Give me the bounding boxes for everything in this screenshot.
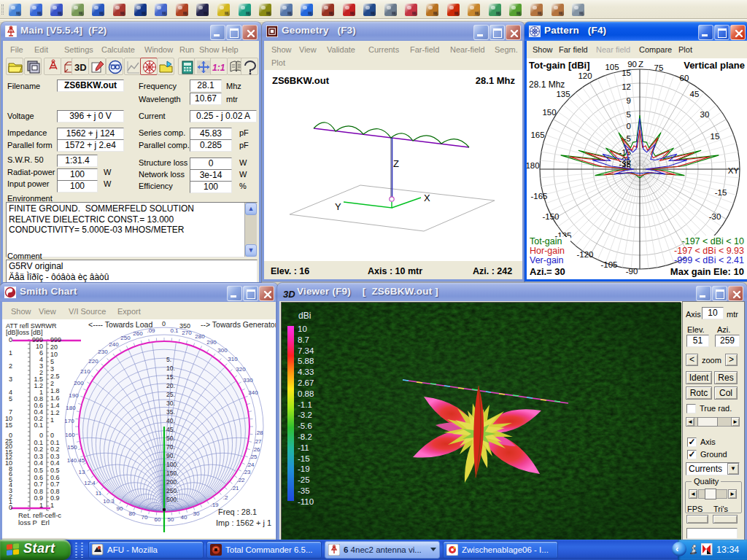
svg-text:0.5: 0.5: [34, 467, 43, 474]
svg-text:1: 1: [9, 349, 12, 357]
svg-text:1: 1: [50, 502, 54, 509]
svg-text:1.2: 1.2: [50, 409, 60, 416]
svg-text:-3.2: -3.2: [298, 411, 312, 419]
svg-text:0.1: 0.1: [34, 421, 43, 429]
svg-text:-90: -90: [626, 267, 638, 276]
svg-text:0.9: 0.9: [50, 494, 60, 502]
svg-text:0.2: 0.2: [34, 446, 43, 453]
svg-text:50: 50: [168, 516, 174, 523]
svg-text:1.4: 1.4: [50, 402, 60, 409]
svg-text:330: 330: [243, 377, 253, 384]
svg-text:XY: XY: [728, 166, 740, 175]
svg-text:Hor-gain: Hor-gain: [530, 246, 565, 256]
svg-text:-35: -35: [298, 486, 310, 495]
svg-text:10: 10: [298, 324, 307, 333]
svg-text:350: 350: [179, 322, 190, 330]
svg-text:135: 135: [556, 90, 570, 98]
svg-text:105: 105: [605, 63, 619, 71]
svg-text:10: 10: [50, 351, 58, 358]
svg-text:10.3: 10.3: [103, 498, 115, 505]
svg-text:0.7: 0.7: [34, 481, 43, 488]
svg-text:50.: 50.: [166, 435, 175, 442]
svg-text:150: 150: [542, 108, 556, 117]
svg-text:140.45: 140.45: [67, 457, 85, 464]
svg-text:0.1: 0.1: [170, 327, 179, 334]
svg-text:10.: 10.: [166, 365, 175, 372]
svg-text:1.8: 1.8: [50, 387, 60, 394]
svg-text:X: X: [424, 192, 430, 203]
svg-text:Z: Z: [393, 158, 399, 169]
svg-text:Z: Z: [638, 60, 643, 69]
svg-text:250: 250: [120, 335, 131, 341]
svg-text:45: 45: [690, 90, 700, 98]
svg-text:-150: -150: [542, 212, 559, 221]
svg-text:--> Towards Generator -: --> Towards Generator -: [201, 320, 276, 329]
svg-text:300: 300: [217, 347, 228, 354]
svg-text:90: 90: [117, 505, 123, 512]
svg-text:.28: .28: [255, 429, 263, 436]
svg-text:190: 190: [69, 392, 79, 399]
svg-text:-999 < dBi < 2.41: -999 < dBi < 2.41: [674, 255, 744, 265]
svg-text:280: 280: [195, 333, 205, 340]
svg-text:40: 40: [181, 514, 187, 521]
svg-text:310: 310: [228, 356, 238, 362]
svg-text:30.: 30.: [166, 400, 175, 407]
svg-text:3: 3: [50, 365, 54, 373]
svg-text:0: 0: [39, 432, 43, 439]
svg-text:.21: .21: [231, 485, 239, 491]
svg-text:15: 15: [711, 132, 720, 141]
svg-text:.23: .23: [242, 469, 251, 475]
svg-text:dBi: dBi: [298, 311, 311, 321]
svg-text:165: 165: [530, 131, 544, 139]
svg-text:35.: 35.: [166, 408, 175, 416]
svg-text:20.: 20.: [166, 382, 175, 389]
svg-text:90: 90: [627, 60, 637, 69]
svg-text:0: 0: [9, 336, 12, 343]
svg-text:45.: 45.: [166, 426, 175, 433]
svg-text:-30: -30: [709, 212, 721, 221]
svg-text:340: 340: [248, 389, 258, 396]
svg-text:2.5: 2.5: [50, 373, 60, 380]
svg-text:30: 30: [193, 510, 200, 517]
svg-text:<---- Towards Load: <---- Towards Load: [88, 320, 152, 329]
svg-text:12: 12: [622, 82, 631, 91]
svg-text:4.33: 4.33: [298, 368, 314, 376]
svg-text:1: 1: [50, 416, 54, 424]
svg-text:160: 160: [65, 432, 75, 438]
svg-text:150: 150: [67, 444, 77, 451]
svg-text:7.34: 7.34: [298, 346, 314, 355]
svg-text:30: 30: [700, 110, 710, 119]
svg-text:500.: 500.: [166, 496, 179, 503]
svg-text:180: 180: [66, 405, 76, 411]
svg-text:0.9: 0.9: [34, 494, 43, 502]
svg-text:210: 210: [80, 368, 90, 375]
svg-text:240: 240: [109, 341, 119, 348]
svg-text:-165: -165: [530, 192, 547, 201]
svg-text:-25: -25: [298, 475, 310, 484]
svg-text:200: 200: [74, 380, 84, 386]
svg-text:.26: .26: [252, 446, 260, 453]
svg-text:-8.2: -8.2: [298, 432, 312, 441]
svg-text:180: 180: [527, 161, 540, 170]
svg-text:-197 < dBi < 10: -197 < dBi < 10: [682, 236, 745, 246]
svg-text:-15: -15: [298, 454, 310, 463]
svg-text:3D: 3D: [74, 62, 87, 73]
svg-text:Imp : 1562 + j 1: Imp : 1562 + j 1: [216, 518, 271, 527]
svg-text:80: 80: [129, 510, 136, 517]
svg-text:0.88: 0.88: [298, 389, 314, 398]
svg-text:28.1 Mhz: 28.1 Mhz: [529, 79, 565, 90]
svg-text:-110: -110: [298, 497, 314, 506]
svg-text:320: 320: [236, 366, 246, 373]
svg-text:75: 75: [654, 63, 664, 72]
svg-text:8.7: 8.7: [298, 335, 309, 344]
svg-text:-105: -105: [600, 260, 617, 269]
svg-text:60: 60: [680, 74, 689, 82]
svg-text:100.: 100.: [166, 461, 179, 468]
svg-text:-1.1: -1.1: [298, 400, 312, 409]
svg-text:-120: -120: [576, 250, 593, 259]
svg-text:20: 20: [50, 343, 58, 351]
svg-text:230: 230: [98, 349, 108, 355]
svg-text:.09: .09: [147, 327, 155, 334]
svg-text:3: 3: [9, 376, 12, 383]
svg-text:.2: .2: [223, 494, 228, 501]
